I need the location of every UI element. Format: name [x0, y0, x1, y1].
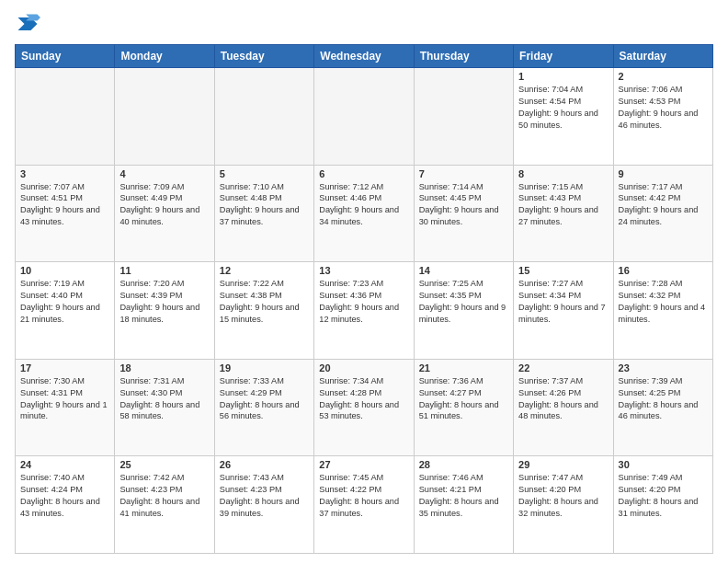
- calendar-cell: 3Sunrise: 7:07 AM Sunset: 4:51 PM Daylig…: [16, 165, 115, 262]
- day-number: 7: [419, 168, 508, 179]
- logo: [15, 11, 44, 37]
- day-number: 24: [20, 459, 109, 470]
- day-number: 23: [619, 362, 708, 373]
- day-number: 13: [319, 265, 408, 276]
- day-number: 4: [119, 168, 209, 179]
- day-number: 12: [220, 265, 309, 276]
- day-number: 29: [518, 459, 608, 470]
- calendar-cell: 26Sunrise: 7:43 AM Sunset: 4:23 PM Dayli…: [214, 456, 313, 554]
- calendar-cell: 30Sunrise: 7:49 AM Sunset: 4:20 PM Dayli…: [613, 456, 712, 554]
- weekday-header-tuesday: Tuesday: [214, 45, 313, 68]
- day-info: Sunrise: 7:20 AM Sunset: 4:39 PM Dayligh…: [119, 278, 209, 326]
- day-info: Sunrise: 7:19 AM Sunset: 4:40 PM Dayligh…: [20, 278, 109, 326]
- day-number: 17: [20, 362, 109, 373]
- day-number: 10: [20, 265, 109, 276]
- day-info: Sunrise: 7:04 AM Sunset: 4:54 PM Dayligh…: [518, 84, 608, 132]
- calendar-cell: 4Sunrise: 7:09 AM Sunset: 4:49 PM Daylig…: [115, 165, 214, 262]
- day-info: Sunrise: 7:42 AM Sunset: 4:23 PM Dayligh…: [119, 472, 209, 520]
- day-info: Sunrise: 7:49 AM Sunset: 4:20 PM Dayligh…: [619, 472, 708, 520]
- calendar-cell: 7Sunrise: 7:14 AM Sunset: 4:45 PM Daylig…: [414, 165, 513, 262]
- header: [15, 11, 713, 37]
- day-info: Sunrise: 7:30 AM Sunset: 4:31 PM Dayligh…: [20, 375, 109, 423]
- day-info: Sunrise: 7:40 AM Sunset: 4:24 PM Dayligh…: [20, 472, 109, 520]
- day-info: Sunrise: 7:10 AM Sunset: 4:48 PM Dayligh…: [220, 181, 309, 229]
- day-number: 15: [518, 265, 608, 276]
- calendar-table: SundayMondayTuesdayWednesdayThursdayFrid…: [15, 44, 713, 554]
- weekday-header-row: SundayMondayTuesdayWednesdayThursdayFrid…: [16, 45, 713, 68]
- calendar-cell: [16, 68, 115, 166]
- weekday-header-friday: Friday: [514, 45, 613, 68]
- day-info: Sunrise: 7:14 AM Sunset: 4:45 PM Dayligh…: [419, 181, 508, 229]
- calendar-cell: 20Sunrise: 7:34 AM Sunset: 4:28 PM Dayli…: [314, 359, 414, 456]
- calendar-cell: [314, 68, 414, 166]
- day-info: Sunrise: 7:12 AM Sunset: 4:46 PM Dayligh…: [319, 181, 408, 229]
- day-info: Sunrise: 7:23 AM Sunset: 4:36 PM Dayligh…: [319, 278, 408, 326]
- calendar-cell: [214, 68, 313, 166]
- day-info: Sunrise: 7:43 AM Sunset: 4:23 PM Dayligh…: [220, 472, 309, 520]
- day-info: Sunrise: 7:33 AM Sunset: 4:29 PM Dayligh…: [220, 375, 309, 423]
- weekday-header-sunday: Sunday: [16, 45, 115, 68]
- day-number: 30: [619, 459, 708, 470]
- calendar-cell: 12Sunrise: 7:22 AM Sunset: 4:38 PM Dayli…: [214, 262, 313, 360]
- calendar-cell: 11Sunrise: 7:20 AM Sunset: 4:39 PM Dayli…: [115, 262, 214, 360]
- week-row-3: 10Sunrise: 7:19 AM Sunset: 4:40 PM Dayli…: [16, 262, 713, 360]
- week-row-5: 24Sunrise: 7:40 AM Sunset: 4:24 PM Dayli…: [16, 456, 713, 554]
- day-number: 25: [119, 459, 209, 470]
- calendar-cell: 2Sunrise: 7:06 AM Sunset: 4:53 PM Daylig…: [613, 68, 712, 166]
- weekday-header-wednesday: Wednesday: [314, 45, 414, 68]
- calendar-cell: 13Sunrise: 7:23 AM Sunset: 4:36 PM Dayli…: [314, 262, 414, 360]
- day-info: Sunrise: 7:45 AM Sunset: 4:22 PM Dayligh…: [319, 472, 408, 520]
- week-row-2: 3Sunrise: 7:07 AM Sunset: 4:51 PM Daylig…: [16, 165, 713, 262]
- day-info: Sunrise: 7:09 AM Sunset: 4:49 PM Dayligh…: [119, 181, 209, 229]
- day-number: 20: [319, 362, 408, 373]
- calendar-cell: [414, 68, 513, 166]
- day-info: Sunrise: 7:25 AM Sunset: 4:35 PM Dayligh…: [419, 278, 508, 326]
- calendar-cell: [115, 68, 214, 166]
- day-number: 6: [319, 168, 408, 179]
- day-number: 11: [119, 265, 209, 276]
- calendar-cell: 1Sunrise: 7:04 AM Sunset: 4:54 PM Daylig…: [514, 68, 613, 166]
- day-number: 9: [619, 168, 708, 179]
- day-info: Sunrise: 7:17 AM Sunset: 4:42 PM Dayligh…: [619, 181, 708, 229]
- day-number: 27: [319, 459, 408, 470]
- day-number: 19: [220, 362, 309, 373]
- calendar-cell: 25Sunrise: 7:42 AM Sunset: 4:23 PM Dayli…: [115, 456, 214, 554]
- calendar-cell: 6Sunrise: 7:12 AM Sunset: 4:46 PM Daylig…: [314, 165, 414, 262]
- week-row-4: 17Sunrise: 7:30 AM Sunset: 4:31 PM Dayli…: [16, 359, 713, 456]
- day-number: 22: [518, 362, 608, 373]
- day-number: 3: [20, 168, 109, 179]
- day-info: Sunrise: 7:37 AM Sunset: 4:26 PM Dayligh…: [518, 375, 608, 423]
- logo-icon: [15, 11, 40, 37]
- calendar-cell: 10Sunrise: 7:19 AM Sunset: 4:40 PM Dayli…: [16, 262, 115, 360]
- week-row-1: 1Sunrise: 7:04 AM Sunset: 4:54 PM Daylig…: [16, 68, 713, 166]
- day-number: 21: [419, 362, 508, 373]
- calendar-cell: 19Sunrise: 7:33 AM Sunset: 4:29 PM Dayli…: [214, 359, 313, 456]
- day-info: Sunrise: 7:39 AM Sunset: 4:25 PM Dayligh…: [619, 375, 708, 423]
- calendar-cell: 22Sunrise: 7:37 AM Sunset: 4:26 PM Dayli…: [514, 359, 613, 456]
- page: SundayMondayTuesdayWednesdayThursdayFrid…: [0, 0, 728, 563]
- calendar-cell: 8Sunrise: 7:15 AM Sunset: 4:43 PM Daylig…: [514, 165, 613, 262]
- day-number: 8: [518, 168, 608, 179]
- calendar-cell: 14Sunrise: 7:25 AM Sunset: 4:35 PM Dayli…: [414, 262, 513, 360]
- day-number: 2: [619, 71, 708, 82]
- day-info: Sunrise: 7:31 AM Sunset: 4:30 PM Dayligh…: [119, 375, 209, 423]
- day-info: Sunrise: 7:06 AM Sunset: 4:53 PM Dayligh…: [619, 84, 708, 132]
- calendar-cell: 17Sunrise: 7:30 AM Sunset: 4:31 PM Dayli…: [16, 359, 115, 456]
- calendar-cell: 24Sunrise: 7:40 AM Sunset: 4:24 PM Dayli…: [16, 456, 115, 554]
- calendar-cell: 29Sunrise: 7:47 AM Sunset: 4:20 PM Dayli…: [514, 456, 613, 554]
- calendar-cell: 18Sunrise: 7:31 AM Sunset: 4:30 PM Dayli…: [115, 359, 214, 456]
- day-number: 14: [419, 265, 508, 276]
- day-number: 28: [419, 459, 508, 470]
- day-info: Sunrise: 7:46 AM Sunset: 4:21 PM Dayligh…: [419, 472, 508, 520]
- day-number: 18: [119, 362, 209, 373]
- calendar-cell: 23Sunrise: 7:39 AM Sunset: 4:25 PM Dayli…: [613, 359, 712, 456]
- calendar-cell: 28Sunrise: 7:46 AM Sunset: 4:21 PM Dayli…: [414, 456, 513, 554]
- calendar-cell: 15Sunrise: 7:27 AM Sunset: 4:34 PM Dayli…: [514, 262, 613, 360]
- day-info: Sunrise: 7:47 AM Sunset: 4:20 PM Dayligh…: [518, 472, 608, 520]
- day-info: Sunrise: 7:36 AM Sunset: 4:27 PM Dayligh…: [419, 375, 508, 423]
- day-number: 16: [619, 265, 708, 276]
- day-number: 5: [220, 168, 309, 179]
- calendar-cell: 16Sunrise: 7:28 AM Sunset: 4:32 PM Dayli…: [613, 262, 712, 360]
- calendar-cell: 9Sunrise: 7:17 AM Sunset: 4:42 PM Daylig…: [613, 165, 712, 262]
- weekday-header-thursday: Thursday: [414, 45, 513, 68]
